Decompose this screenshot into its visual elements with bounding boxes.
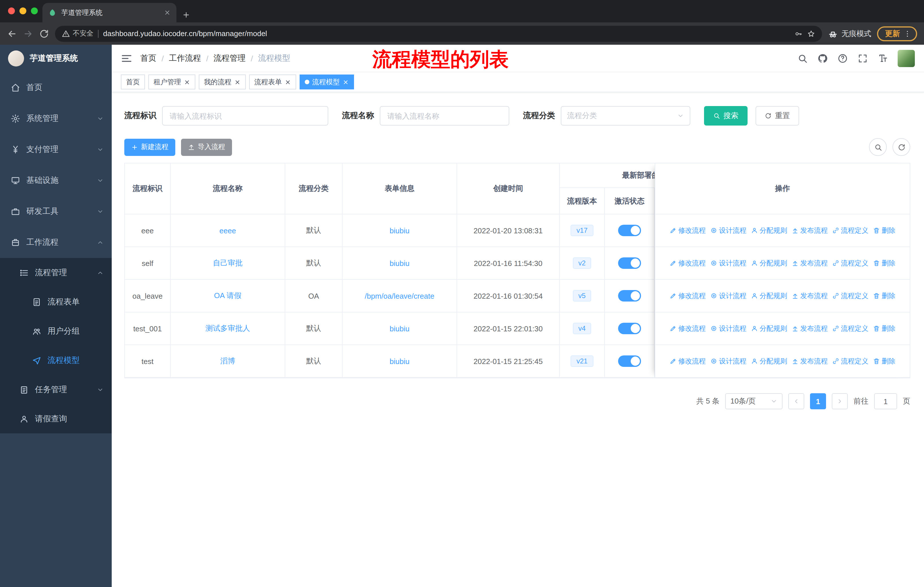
tag-my-process[interactable]: 我的流程 — [199, 74, 246, 89]
chrome-update-button[interactable]: 更新 — [877, 26, 917, 41]
sidebar-item-process-management[interactable]: 流程管理 — [0, 258, 112, 287]
delete-process-link[interactable]: 删除 — [873, 258, 895, 268]
design-process-link[interactable]: 设计流程 — [710, 324, 746, 333]
import-process-button[interactable]: 导入流程 — [181, 139, 232, 155]
design-process-link[interactable]: 设计流程 — [710, 291, 746, 301]
assign-rule-link[interactable]: 分配规则 — [751, 356, 787, 366]
page-size-select[interactable]: 10条/页 — [725, 393, 782, 409]
active-toggle[interactable] — [618, 290, 641, 301]
address-bar[interactable]: 不安全 dashboard.yudao.iocoder.cn/bpm/manag… — [55, 25, 822, 41]
edit-process-link[interactable]: 修改流程 — [670, 226, 706, 235]
password-key-icon[interactable] — [795, 30, 803, 38]
search-button[interactable]: 搜索 — [704, 106, 747, 126]
help-icon[interactable] — [838, 53, 848, 63]
close-icon[interactable] — [343, 79, 349, 85]
category-select[interactable]: 流程分类 — [561, 106, 690, 126]
process-name-link[interactable]: 滔博 — [220, 356, 235, 366]
sidebar-item-infrastructure[interactable]: 基础设施 — [0, 165, 112, 196]
delete-process-link[interactable]: 删除 — [873, 356, 895, 366]
forward-button[interactable] — [23, 28, 33, 39]
delete-process-link[interactable]: 删除 — [873, 291, 895, 301]
create-process-button[interactable]: 新建流程 — [124, 139, 175, 155]
process-definition-link[interactable]: 流程定义 — [832, 324, 868, 333]
new-tab-button[interactable] — [182, 11, 190, 19]
refresh-table-button[interactable] — [893, 138, 910, 156]
breadcrumb-item[interactable]: 流程管理 — [214, 53, 246, 63]
form-info-link[interactable]: biubiu — [389, 226, 409, 235]
maximize-window-button[interactable] — [31, 7, 38, 14]
goto-page-input[interactable] — [874, 393, 897, 409]
sidebar-item-home[interactable]: 首页 — [0, 72, 112, 103]
design-process-link[interactable]: 设计流程 — [710, 356, 746, 366]
security-chip[interactable]: 不安全 — [62, 29, 93, 38]
tag-tenant[interactable]: 租户管理 — [148, 74, 195, 89]
fullscreen-icon[interactable] — [858, 53, 868, 63]
process-name-link[interactable]: 测试多审批人 — [205, 323, 250, 334]
publish-process-link[interactable]: 发布流程 — [792, 356, 828, 366]
assign-rule-link[interactable]: 分配规则 — [751, 258, 787, 268]
process-name-link[interactable]: 自己审批 — [213, 258, 243, 268]
process-name-link[interactable]: OA 请假 — [214, 291, 241, 301]
close-icon[interactable] — [285, 79, 291, 85]
sidebar-item-task-management[interactable]: 任务管理 — [0, 375, 112, 404]
minimize-window-button[interactable] — [20, 7, 26, 14]
user-avatar[interactable] — [898, 50, 915, 67]
active-toggle[interactable] — [618, 225, 641, 236]
active-toggle[interactable] — [618, 356, 641, 367]
assign-rule-link[interactable]: 分配规则 — [751, 226, 787, 235]
sidebar-item-user-group[interactable]: 用户分组 — [0, 316, 112, 346]
edit-process-link[interactable]: 修改流程 — [670, 356, 706, 366]
design-process-link[interactable]: 设计流程 — [710, 226, 746, 235]
browser-tab[interactable]: 芋道管理系统 — [42, 3, 177, 22]
publish-process-link[interactable]: 发布流程 — [792, 258, 828, 268]
tag-home[interactable]: 首页 — [121, 74, 145, 89]
sidebar-item-workflow[interactable]: 工作流程 — [0, 227, 112, 258]
tag-process-form[interactable]: 流程表单 — [249, 74, 296, 89]
active-toggle[interactable] — [618, 323, 641, 334]
design-process-link[interactable]: 设计流程 — [710, 258, 746, 268]
process-key-input[interactable] — [162, 106, 328, 126]
edit-process-link[interactable]: 修改流程 — [670, 258, 706, 268]
toggle-search-button[interactable] — [869, 138, 887, 156]
app-logo[interactable]: 芋道管理系统 — [0, 45, 112, 72]
search-icon[interactable] — [797, 53, 808, 63]
breadcrumb-item[interactable]: 工作流程 — [169, 53, 201, 63]
assign-rule-link[interactable]: 分配规则 — [751, 291, 787, 301]
close-icon[interactable] — [184, 79, 190, 85]
delete-process-link[interactable]: 删除 — [873, 324, 895, 333]
assign-rule-link[interactable]: 分配规则 — [751, 324, 787, 333]
publish-process-link[interactable]: 发布流程 — [792, 291, 828, 301]
sidebar-item-system[interactable]: 系统管理 — [0, 103, 112, 134]
form-info-link[interactable]: biubiu — [389, 324, 409, 333]
close-icon[interactable] — [234, 79, 241, 85]
sidebar-item-devtools[interactable]: 研发工具 — [0, 196, 112, 227]
active-toggle[interactable] — [618, 257, 641, 269]
form-info-link[interactable]: /bpm/oa/leave/create — [365, 291, 434, 300]
hamburger-icon[interactable] — [121, 53, 132, 64]
back-button[interactable] — [7, 28, 17, 39]
process-definition-link[interactable]: 流程定义 — [832, 356, 868, 366]
sidebar-item-process-form[interactable]: 流程表单 — [0, 287, 112, 316]
publish-process-link[interactable]: 发布流程 — [792, 226, 828, 235]
next-page-button[interactable] — [832, 393, 848, 409]
prev-page-button[interactable] — [788, 393, 804, 409]
reload-button[interactable] — [39, 28, 49, 39]
delete-process-link[interactable]: 删除 — [873, 226, 895, 235]
menu-dots-icon[interactable] — [903, 30, 911, 38]
process-name-input[interactable] — [380, 106, 509, 126]
form-info-link[interactable]: biubiu — [389, 259, 409, 268]
process-definition-link[interactable]: 流程定义 — [832, 258, 868, 268]
bookmark-star-icon[interactable] — [807, 30, 815, 38]
github-icon[interactable] — [817, 53, 828, 63]
edit-process-link[interactable]: 修改流程 — [670, 324, 706, 333]
publish-process-link[interactable]: 发布流程 — [792, 324, 828, 333]
page-number-1[interactable]: 1 — [810, 393, 826, 409]
process-definition-link[interactable]: 流程定义 — [832, 226, 868, 235]
process-name-link[interactable]: eeee — [219, 226, 236, 235]
close-window-button[interactable] — [8, 7, 15, 14]
sidebar-item-payment[interactable]: 支付管理 — [0, 134, 112, 165]
sidebar-item-leave-query[interactable]: 请假查询 — [0, 404, 112, 433]
reset-button[interactable]: 重置 — [756, 106, 799, 126]
sidebar-item-process-model[interactable]: 流程模型 — [0, 346, 112, 375]
tab-close-icon[interactable] — [164, 9, 171, 16]
